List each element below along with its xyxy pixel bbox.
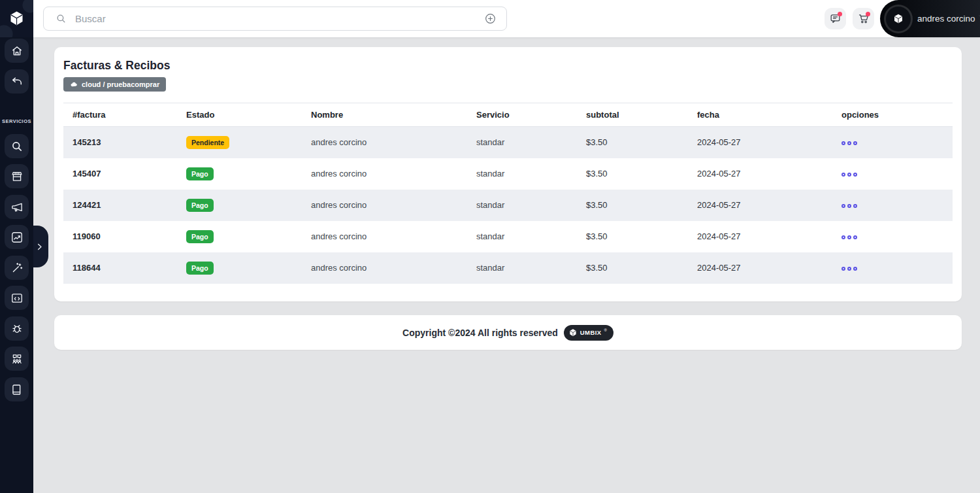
row-options-button[interactable] xyxy=(841,140,857,146)
cube-logo-icon xyxy=(892,13,904,25)
community-icon xyxy=(10,352,24,366)
invoice-date: 2024-05-27 xyxy=(688,221,832,252)
invoice-subtotal: $3.50 xyxy=(577,190,688,221)
status-badge: Pago xyxy=(186,262,214,275)
invoice-date: 2024-05-27 xyxy=(688,127,832,158)
page-title: Facturas & Recibos xyxy=(63,59,170,73)
undo-icon xyxy=(10,75,24,88)
magic-wand-icon xyxy=(10,262,24,275)
user-name: andres corcino xyxy=(917,14,975,24)
megaphone-icon xyxy=(10,201,24,214)
column-header-estado: Estado xyxy=(177,103,302,127)
table-row: 145213 Pendiente andres corcino standar … xyxy=(63,127,953,158)
table-row: 124421 Pago andres corcino standar $3.50… xyxy=(63,190,953,221)
invoice-subtotal: $3.50 xyxy=(577,252,688,284)
plus-circle-icon[interactable] xyxy=(484,12,497,25)
store-icon xyxy=(10,170,24,183)
invoice-name: andres corcino xyxy=(302,190,467,221)
invoice-number: 145213 xyxy=(63,127,177,158)
invoice-service: standar xyxy=(467,252,577,284)
sidebar-item-docs[interactable] xyxy=(5,377,29,401)
footer: Copyright ©2024 All rights reserved UMBI… xyxy=(54,315,962,350)
invoice-name: andres corcino xyxy=(302,127,467,158)
sidebar-item-announcements[interactable] xyxy=(5,195,29,219)
breadcrumb-label: cloud / pruebacomprar xyxy=(82,80,159,88)
sidebar-item-analytics[interactable] xyxy=(5,225,29,249)
breadcrumb-badge: cloud / pruebacomprar xyxy=(63,77,166,92)
status-badge: Pago xyxy=(186,167,214,180)
book-icon xyxy=(10,383,24,396)
invoices-table: #factura Estado Nombre Servicio subtotal… xyxy=(63,103,953,284)
sidebar: SERVICIOS xyxy=(0,0,33,493)
invoice-service: standar xyxy=(467,190,577,221)
user-menu[interactable]: andres corcino xyxy=(880,0,980,37)
chart-icon xyxy=(10,231,24,244)
cloud-icon xyxy=(70,80,78,89)
search-input[interactable] xyxy=(75,13,484,24)
app-logo[interactable] xyxy=(0,0,33,37)
search-icon xyxy=(10,140,24,153)
invoice-name: andres corcino xyxy=(302,252,467,284)
code-window-icon xyxy=(10,292,24,305)
brand-logo[interactable]: UMBIX ® xyxy=(564,325,613,341)
sidebar-item-developer[interactable] xyxy=(5,286,29,310)
notification-dot xyxy=(866,12,870,16)
invoice-number: 119060 xyxy=(63,221,177,252)
cube-logo-icon xyxy=(8,10,25,27)
messages-button[interactable] xyxy=(825,8,846,29)
brand-name: UMBIX xyxy=(580,329,602,336)
table-header-row: #factura Estado Nombre Servicio subtotal… xyxy=(63,103,953,127)
invoice-service: standar xyxy=(467,158,577,190)
sidebar-section-label: SERVICIOS xyxy=(0,118,33,124)
notification-dot xyxy=(838,12,842,16)
column-header-servicio: Servicio xyxy=(467,103,577,127)
invoice-subtotal: $3.50 xyxy=(577,221,688,252)
invoice-name: andres corcino xyxy=(302,221,467,252)
status-badge: Pago xyxy=(186,199,214,212)
sidebar-item-store[interactable] xyxy=(5,164,29,188)
sidebar-item-back[interactable] xyxy=(5,69,29,94)
sidebar-item-community[interactable] xyxy=(5,347,29,371)
column-header-factura: #factura xyxy=(63,103,177,127)
column-header-subtotal: subtotal xyxy=(577,103,688,127)
invoice-name: andres corcino xyxy=(302,158,467,190)
search-bar xyxy=(43,7,507,31)
sidebar-item-home[interactable] xyxy=(5,39,29,63)
chevron-right-icon xyxy=(35,243,44,251)
invoice-number: 118644 xyxy=(63,252,177,284)
invoice-number: 145407 xyxy=(63,158,177,190)
table-row: 118644 Pago andres corcino standar $3.50… xyxy=(63,252,953,284)
row-options-button[interactable] xyxy=(841,265,857,272)
row-options-button[interactable] xyxy=(841,234,857,241)
table-row: 119060 Pago andres corcino standar $3.50… xyxy=(63,221,953,252)
invoice-service: standar xyxy=(467,221,577,252)
sidebar-item-search[interactable] xyxy=(5,134,29,158)
sidebar-item-bug-reports[interactable] xyxy=(5,316,29,341)
sidebar-item-tools[interactable] xyxy=(5,256,29,280)
column-header-fecha: fecha xyxy=(688,103,832,127)
status-badge: Pendiente xyxy=(186,136,229,149)
invoices-card: Facturas & Recibos cloud / pruebacomprar… xyxy=(54,47,962,301)
avatar xyxy=(886,7,911,31)
invoice-date: 2024-05-27 xyxy=(688,190,832,221)
bug-icon xyxy=(10,322,24,335)
cube-logo-icon xyxy=(568,328,578,337)
topbar: andres corcino xyxy=(33,0,980,37)
column-header-nombre: Nombre xyxy=(302,103,467,127)
row-options-button[interactable] xyxy=(841,203,857,209)
status-badge: Pago xyxy=(186,230,214,243)
home-icon xyxy=(10,44,24,58)
invoice-date: 2024-05-27 xyxy=(688,252,832,284)
cart-button[interactable] xyxy=(853,8,874,29)
table-row: 145407 Pago andres corcino standar $3.50… xyxy=(63,158,953,190)
registered-mark: ® xyxy=(604,328,606,332)
row-options-button[interactable] xyxy=(841,171,857,178)
column-header-opciones: opciones xyxy=(832,103,953,127)
invoice-subtotal: $3.50 xyxy=(577,158,688,190)
invoice-date: 2024-05-27 xyxy=(688,158,832,190)
invoice-service: standar xyxy=(467,127,577,158)
copyright-text: Copyright ©2024 All rights reserved xyxy=(402,328,558,338)
invoice-number: 124421 xyxy=(63,190,177,221)
invoice-subtotal: $3.50 xyxy=(577,127,688,158)
search-icon xyxy=(56,13,67,24)
